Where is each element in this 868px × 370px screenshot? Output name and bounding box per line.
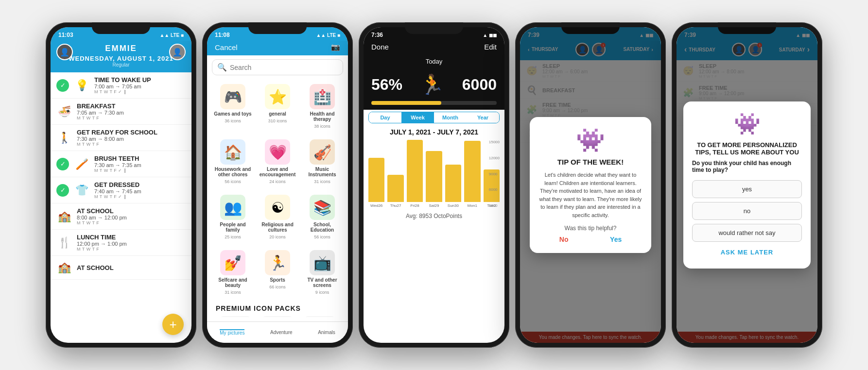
icon-cell-tv[interactable]: 📺 TV and other screens 9 icons (300, 245, 344, 300)
time-dressed: 7:40 am → 7:45 am (94, 188, 186, 194)
chart-avg: Avg: 8953 OctoPoints (364, 210, 504, 222)
monster-icon-5: 👾 (692, 111, 802, 136)
answer-no[interactable]: no (692, 202, 802, 220)
icon-atschool: 🏫 (56, 209, 72, 224)
activity-percent: 56% (371, 76, 402, 94)
info-atschool2: AT SCHOOL (77, 264, 186, 271)
tab-adventure[interactable]: Adventure (270, 330, 293, 335)
label-games: Games and toys (214, 111, 251, 117)
icon-cell-love[interactable]: 💗 Love and encouragement 24 icons (256, 135, 299, 189)
icon-cell-people[interactable]: 👥 People and family 25 icons (211, 190, 255, 244)
title-wake: TIME TO WAKE UP (94, 76, 186, 84)
icon-cell-games[interactable]: 🎮 Games and toys 36 icons (211, 79, 255, 134)
label-selfcare: Selfcare and beauty (213, 277, 253, 288)
premium-cell-adventure[interactable]: 🗺️ $ Adventure (258, 316, 296, 317)
tip-card: 👾 TIP OF THE WEEK! Let's children decide… (530, 117, 651, 253)
icon-cell-school[interactable]: 📚 School, Education 56 icons (300, 190, 344, 244)
screen-5: 7:39 ▲ ◼◼ ‹ THURSDAY 👤 👤 1 SATURDAY (677, 27, 817, 343)
title-atschool2: AT SCHOOL (77, 264, 186, 271)
label-music: Music Instruments (302, 167, 342, 177)
tab-year[interactable]: Year (467, 112, 499, 123)
schedule-item-teeth[interactable]: ✓ 🪥 BRUSH TEETH 7:30 am → 7:35 am M T W … (51, 151, 191, 177)
tip-overlay: 👾 TIP OF THE WEEK! Let's children decide… (520, 27, 661, 343)
progress-bar-fill (371, 101, 441, 105)
label-religious: Religious and cultures (258, 222, 297, 233)
chart-area: Wed26 Thu27 Fri28 Sat29 (364, 138, 504, 210)
count-health: 38 icons (314, 124, 330, 129)
premium-section: PREMIUM ICON PACKS 📷 $ My pictures (211, 301, 344, 317)
schedule-item-wake[interactable]: ✓ 💡 TIME TO WAKE UP 7:00 am → 7:05 am M … (51, 72, 191, 99)
icon-grid: 🎮 Games and toys 36 icons ⭐ general 310 … (207, 79, 348, 317)
time-getready: 7:30 am → 8:00 am (77, 136, 186, 142)
schedule-item-atschool[interactable]: 🏫 AT SCHOOL 8:00 am → 12:00 pm M T W T F (51, 203, 191, 230)
answer-rather-not[interactable]: would rather not say (692, 224, 802, 242)
icon-cell-selfcare[interactable]: 💅 Selfcare and beauty 31 icons (211, 245, 255, 300)
bar-sun30: Sun30 (445, 140, 461, 208)
tab-mypictures[interactable]: My pictures (220, 329, 244, 336)
days-lunch: M T W T F (77, 247, 186, 252)
ask-later-button[interactable]: ASK ME LATER (692, 246, 802, 259)
icon-getready: 🚶 (56, 130, 72, 146)
premium-icon-pictures: 📷 $ (218, 316, 252, 317)
premium-cell-pictures[interactable]: 📷 $ My pictures (216, 316, 254, 317)
icon-dressed: 👕 (74, 183, 89, 198)
schedule-item-atschool2[interactable]: 🏫 AT SCHOOL (51, 256, 191, 280)
title-lunch: LUNCH TIME (77, 234, 186, 241)
schedule-item-breakfast[interactable]: 🍜 BREAKFAST 7:05 am → 7:30 am M T W T F (51, 99, 191, 125)
icon-cell-household[interactable]: 🏠 Housework and other chores 56 icons (211, 135, 255, 189)
personalized-card: 👾 TO GET MORE PERSONNALIZED TIPS, TELL U… (683, 101, 811, 269)
header-subtitle: Regular (58, 62, 184, 67)
chart-title: JULY 1, 2021 - JULY 7, 2021 (364, 125, 504, 138)
icon-cell-sports[interactable]: 🏃 Sports 66 icons (256, 245, 299, 300)
tab-day[interactable]: Day (369, 112, 401, 123)
y-9000: 9000 (489, 172, 500, 176)
user-name: EMMIE (58, 44, 184, 53)
tab-week[interactable]: Week (401, 112, 434, 123)
bar-label-wed26: Wed26 (370, 203, 382, 208)
y-12000: 12000 (489, 156, 500, 160)
header-date: WEDNESDAY, AUGUST 1, 2021 (69, 55, 174, 62)
bar-sat29: Sat29 (426, 140, 442, 208)
monster-icon-4: 👾 (538, 127, 642, 154)
status-time-2: 11:08 (215, 32, 230, 38)
days-dressed: M T W T F ✓ ‖ (94, 194, 186, 199)
notch-3 (405, 22, 463, 34)
days-teeth: M T W T F ✓ ‖ (94, 168, 186, 173)
time-atschool: 8:00 am → 12:00 pm (77, 215, 186, 220)
info-atschool: AT SCHOOL 8:00 am → 12:00 pm M T W T F (77, 207, 186, 225)
tip-yes-button[interactable]: Yes (610, 235, 622, 243)
schedule-item-dressed[interactable]: ✓ 👕 GET DRESSED 7:40 am → 7:45 am M T W … (51, 177, 191, 203)
schedule-item-lunch[interactable]: 🍴 LUNCH TIME 12:00 pm → 1:00 pm M T W T … (51, 230, 191, 256)
add-button[interactable]: + (162, 314, 184, 335)
search-input[interactable] (230, 64, 338, 71)
search-bar[interactable]: 🔍 (212, 59, 343, 75)
label-love: Love and encouragement (258, 167, 297, 177)
schedule-item-getready[interactable]: 🚶 GET READY FOR SCHOOL 7:30 am → 8:00 am… (51, 125, 191, 151)
icon-cell-general[interactable]: ⭐ general 310 icons (256, 79, 299, 134)
icon-cell-health[interactable]: 🏥 Health and therapy 38 icons (300, 79, 344, 134)
tab-month[interactable]: Month (434, 112, 467, 123)
icon-cell-religious[interactable]: ☯ Religious and cultures 20 icons (256, 190, 299, 244)
tip-no-button[interactable]: No (559, 235, 569, 243)
y-6000: 6000 (489, 187, 500, 192)
label-general: general (269, 111, 286, 117)
status-icons-2: ▲▲ LTE ■ (316, 33, 340, 38)
info-lunch: LUNCH TIME 12:00 pm → 1:00 pm M T W T F (77, 234, 186, 252)
answer-yes[interactable]: yes (692, 180, 802, 198)
screen-4: 7:39 ▲ ◼◼ ‹ THURSDAY 👤 👤 1 SATURDAY (520, 27, 661, 343)
label-school: School, Education (302, 222, 342, 233)
tab-animals[interactable]: Animals (318, 330, 335, 335)
cancel-button[interactable]: Cancel (215, 43, 238, 51)
done-button[interactable]: Done (371, 43, 389, 51)
edit-button[interactable]: Edit (484, 43, 497, 51)
icon-breakfast: 🍜 (56, 104, 72, 119)
label-household: Housework and other chores (213, 167, 253, 177)
activity-steps: 6000 (462, 76, 497, 94)
bar-fill-sat29 (426, 151, 442, 202)
icon-religious: ☯ (265, 195, 290, 220)
premium-cell-animals[interactable]: 🐻 $ Animals (301, 316, 339, 317)
phone2-topbar: Cancel 📷 (207, 41, 348, 55)
bar-thu27: Thu27 (387, 140, 403, 208)
icon-cell-music[interactable]: 🎻 Music Instruments 31 icons (300, 135, 344, 189)
status-icons-3: ▲ ◼◼ (483, 33, 497, 38)
